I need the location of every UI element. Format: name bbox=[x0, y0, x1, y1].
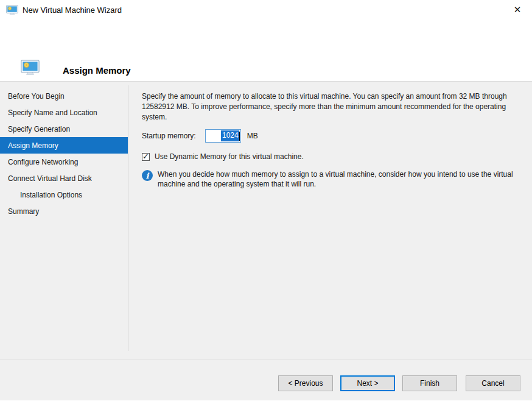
previous-button[interactable]: < Previous bbox=[278, 375, 333, 391]
sidebar-item-before-you-begin: Before You Begin bbox=[0, 88, 128, 104]
vm-monitor-icon bbox=[6, 5, 18, 15]
startup-memory-label: Startup memory: bbox=[142, 132, 196, 140]
dynamic-memory-checkbox[interactable] bbox=[142, 153, 150, 161]
wizard-header: Assign Memory bbox=[0, 20, 532, 81]
memory-unit-label: MB bbox=[247, 132, 258, 140]
page-title: Assign Memory bbox=[63, 65, 131, 76]
startup-memory-input[interactable]: 1024 bbox=[205, 129, 241, 143]
next-button[interactable]: Next > bbox=[340, 375, 395, 391]
sidebar-item-specify-name-and-location: Specify Name and Location bbox=[0, 104, 128, 121]
wizard-steps-sidebar: Before You Begin Specify Name and Locati… bbox=[0, 82, 128, 360]
sidebar-item-specify-generation: Specify Generation bbox=[0, 121, 128, 137]
dynamic-memory-label: Use Dynamic Memory for this virtual mach… bbox=[155, 152, 304, 161]
sidebar-item-installation-options: Installation Options bbox=[0, 186, 128, 203]
sidebar-item-assign-memory: Assign Memory bbox=[0, 137, 128, 154]
cancel-button[interactable]: Cancel bbox=[466, 375, 520, 391]
finish-button[interactable]: Finish bbox=[402, 375, 457, 391]
sidebar-item-connect-virtual-hard-disk: Connect Virtual Hard Disk bbox=[0, 170, 128, 186]
wizard-content: Specify the amount of memory to allocate… bbox=[128, 82, 532, 360]
wizard-body: Before You Begin Specify Name and Locati… bbox=[0, 81, 532, 360]
vm-monitor-icon bbox=[21, 60, 40, 76]
info-icon bbox=[142, 170, 153, 181]
wizard-window: New Virtual Machine Wizard ✕ Assign Memo… bbox=[0, 0, 532, 401]
sidebar-item-configure-networking: Configure Networking bbox=[0, 154, 128, 170]
button-bar: < Previous Next > Finish Cancel bbox=[0, 360, 532, 400]
text-caret bbox=[239, 132, 240, 141]
sidebar-item-summary: Summary bbox=[0, 203, 128, 219]
dynamic-memory-row: Use Dynamic Memory for this virtual mach… bbox=[142, 152, 516, 161]
startup-memory-value: 1024 bbox=[221, 130, 239, 141]
title-bar: New Virtual Machine Wizard ✕ bbox=[0, 0, 532, 20]
info-row: When you decide how much memory to assig… bbox=[142, 169, 516, 189]
close-icon[interactable]: ✕ bbox=[510, 3, 525, 16]
info-note-text: When you decide how much memory to assig… bbox=[158, 169, 516, 189]
startup-memory-row: Startup memory: 1024 MB bbox=[142, 129, 516, 143]
window-title: New Virtual Machine Wizard bbox=[23, 5, 122, 15]
description-text: Specify the amount of memory to allocate… bbox=[142, 91, 516, 122]
